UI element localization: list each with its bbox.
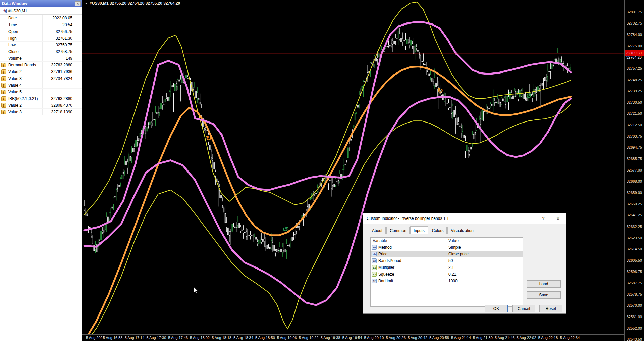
data-window-row-label: Value 2	[0, 68, 43, 75]
input-variable-name: Method	[378, 245, 392, 250]
data-window-row-value: 32756.75	[43, 29, 82, 34]
price-axis-label: 32685.75	[627, 157, 642, 161]
input-value[interactable]: 1000	[446, 279, 523, 283]
data-window-row-value: 32808.4370	[43, 103, 82, 108]
time-axis-label: 5 Aug 19:22	[299, 336, 319, 340]
data-window-row[interactable]: ƒValue 332718.1390	[0, 109, 82, 115]
data-window-row[interactable]: ƒValue 4	[0, 82, 82, 89]
close-icon[interactable]: ✕	[551, 213, 566, 224]
data-window-symbol: #US30,M1	[8, 9, 28, 13]
data-window-row-label: Value 3	[0, 109, 43, 115]
data-window-row[interactable]: ƒValue 232791.7936	[0, 68, 82, 75]
data-window-row-label: Date	[0, 15, 43, 21]
price-axis-label: 32792.75	[627, 21, 642, 25]
data-window-row[interactable]: Volume149	[0, 55, 82, 62]
data-window-row[interactable]: Low32750.75	[0, 42, 82, 48]
time-axis-label: 5 Aug 17:14	[125, 336, 145, 340]
dialog-title: Custom Indicator - Inverse bollinger ban…	[363, 213, 536, 224]
load-button[interactable]: Load	[527, 280, 561, 288]
data-window-row-value: 32718.1390	[43, 110, 82, 114]
inputs-table[interactable]: Variable Value abMethodSimpleabPriceClos…	[370, 237, 523, 307]
input-value[interactable]: 2.1	[446, 265, 523, 270]
bermaui-band-upper	[84, 2, 571, 214]
enum-type-icon: ab	[372, 245, 377, 250]
close-icon[interactable]: ×	[75, 1, 81, 6]
input-row[interactable]: 12BarLimit1000	[371, 278, 523, 284]
reset-button[interactable]: Reset	[539, 305, 562, 312]
function-icon: ƒ	[1, 103, 6, 108]
price-axis-label: 32605.50	[627, 258, 642, 262]
function-icon: ƒ	[1, 69, 6, 74]
time-axis-label: 5 Aug 19:54	[342, 336, 362, 340]
price-axis[interactable]: 32543.5032552.0032561.0032570.0032578.75…	[624, 0, 644, 341]
price-axis-label: 32659.00	[627, 191, 642, 195]
data-window-row[interactable]: Close32758.75	[0, 48, 82, 55]
data-window-row-label: Close	[0, 48, 43, 55]
data-window-row[interactable]: Time20:54	[0, 21, 82, 28]
dialog-tabs: AboutCommonInputsColorsVisualization	[369, 226, 523, 234]
price-axis-label: 32650.25	[627, 202, 642, 206]
data-window-row[interactable]: ƒBermaui Bands32763.2880	[0, 62, 82, 68]
data-window-row[interactable]: ƒValue 332734.7824	[0, 75, 82, 82]
cancel-button[interactable]: Cancel	[512, 305, 535, 312]
time-axis-label: 5 Aug 18:18	[212, 336, 231, 340]
input-variable-cell: 1.5Squeeze	[371, 271, 446, 278]
data-window-row[interactable]: High32761.30	[0, 35, 82, 42]
custom-indicator-dialog: Custom Indicator - Inverse bollinger ban…	[363, 213, 566, 314]
input-variable-cell: 12BandsPeriod	[371, 257, 446, 264]
data-window-row-value: 32761.30	[43, 36, 82, 41]
dialog-tab-about[interactable]: About	[369, 227, 386, 234]
signal-arrow-icon: ↻	[206, 134, 211, 142]
int-type-icon: 12	[372, 258, 377, 263]
price-axis-label: 32730.50	[627, 100, 642, 104]
input-variable-name: BarLimit	[378, 279, 393, 283]
data-window-row[interactable]: ƒValue 232808.4370	[0, 102, 82, 109]
dialog-tab-colors[interactable]: Colors	[429, 227, 447, 234]
dialog-tab-common[interactable]: Common	[386, 227, 410, 234]
time-axis-label: 5 Aug 17:46	[168, 336, 188, 340]
time-axis-label: 5 Aug 22:02	[517, 336, 536, 340]
input-variable-name: BandsPeriod	[378, 258, 401, 263]
data-window-row-value: 32758.75	[43, 49, 82, 54]
input-value[interactable]: 50	[446, 258, 523, 263]
input-value[interactable]: 0.21	[446, 272, 523, 277]
time-axis-label: 5 Aug 19:38	[321, 336, 340, 340]
data-window-row[interactable]: ƒIBB(50,2.1,0.21)32763.2880	[0, 95, 82, 102]
input-row[interactable]: abMethodSimple	[371, 244, 523, 251]
input-value[interactable]: Close price	[446, 252, 523, 256]
input-row[interactable]: abPriceClose price	[371, 251, 523, 257]
time-axis-label: 5 Aug 21:46	[495, 336, 515, 340]
input-row[interactable]: 1.5Multiplier2.1	[371, 264, 523, 271]
price-axis-label: 32775.00	[627, 44, 642, 48]
price-axis-label: 32784.00	[627, 33, 642, 37]
int-type-icon: 12	[372, 279, 377, 283]
chart-ohlc-header: #US30,M1 32756.20 32764.20 32755.20 3276…	[85, 1, 180, 6]
dialog-titlebar[interactable]: Custom Indicator - Inverse bollinger ban…	[363, 213, 566, 224]
data-window-row[interactable]: Date2022.08.05	[0, 15, 82, 21]
dialog-tab-visualization[interactable]: Visualization	[447, 227, 477, 234]
time-axis-label: 5 Aug 20:58	[429, 336, 449, 340]
data-window-rows: Date2022.08.05Time20:54Open32756.75High3…	[0, 15, 82, 115]
data-window-titlebar[interactable]: Data Window ×	[0, 0, 82, 7]
input-value[interactable]: Simple	[446, 245, 523, 250]
price-axis-label: 32739.25	[627, 89, 642, 93]
double-type-icon: 1.5	[372, 272, 377, 277]
data-window-row[interactable]: ƒValue 5	[0, 89, 82, 95]
data-window-row-label: Volume	[0, 55, 43, 61]
save-button[interactable]: Save	[527, 291, 561, 299]
data-window-row[interactable]: Open32756.75	[0, 28, 82, 35]
ok-button[interactable]: OK	[485, 305, 508, 312]
input-row[interactable]: 12BandsPeriod50	[371, 257, 523, 264]
input-row[interactable]: 1.5Squeeze0.21	[371, 271, 523, 278]
chart-ohlc-text: #US30,M1 32756.20 32764.20 32755.20 3276…	[90, 1, 180, 6]
column-header-variable[interactable]: Variable	[371, 238, 446, 244]
price-axis-label: 32757.25	[627, 66, 642, 70]
time-axis[interactable]: 5 Aug 20225 Aug 16:585 Aug 17:145 Aug 17…	[82, 334, 624, 341]
dialog-tab-inputs[interactable]: Inputs	[410, 226, 428, 234]
data-window-symbol-row[interactable]: #US30,M1	[0, 7, 82, 15]
chart-dropdown-icon[interactable]	[85, 3, 88, 4]
data-window-row-label: Low	[0, 42, 43, 48]
help-icon[interactable]: ?	[536, 213, 551, 224]
column-header-value[interactable]: Value	[446, 238, 523, 244]
inputs-table-header: Variable Value	[371, 238, 523, 244]
